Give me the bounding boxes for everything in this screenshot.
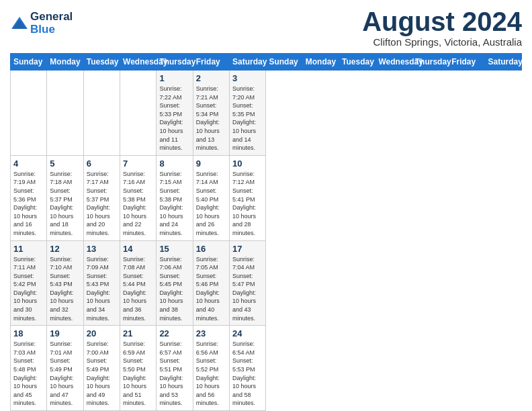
day-number: 2 <box>196 73 226 83</box>
page-header: General Blue August 2024 Clifton Springs… <box>10 7 522 48</box>
calendar-cell: 9Sunrise: 7:14 AM Sunset: 5:40 PM Daylig… <box>193 155 229 240</box>
weekday-header-saturday: Saturday <box>230 54 266 71</box>
day-info: Sunrise: 7:08 AM Sunset: 5:44 PM Dayligh… <box>123 255 153 323</box>
calendar-cell: 21Sunrise: 6:59 AM Sunset: 5:50 PM Dayli… <box>120 326 157 411</box>
day-info: Sunrise: 6:56 AM Sunset: 5:52 PM Dayligh… <box>196 340 226 408</box>
calendar-cell <box>11 71 47 156</box>
day-info: Sunrise: 7:21 AM Sunset: 5:34 PM Dayligh… <box>196 85 226 152</box>
day-info: Sunrise: 7:19 AM Sunset: 5:36 PM Dayligh… <box>13 170 44 238</box>
day-number: 1 <box>159 73 189 83</box>
day-number: 17 <box>232 244 263 254</box>
calendar-cell: 4Sunrise: 7:19 AM Sunset: 5:36 PM Daylig… <box>11 155 47 240</box>
title-block: August 2024 Clifton Springs, Victoria, A… <box>362 7 522 48</box>
calendar-cell: 22Sunrise: 6:57 AM Sunset: 5:51 PM Dayli… <box>157 326 193 411</box>
calendar-cell: 5Sunrise: 7:18 AM Sunset: 5:37 PM Daylig… <box>47 155 83 240</box>
calendar-week-row: 11Sunrise: 7:11 AM Sunset: 5:42 PM Dayli… <box>11 240 522 326</box>
month-title: August 2024 <box>362 7 522 36</box>
day-info: Sunrise: 7:20 AM Sunset: 5:35 PM Dayligh… <box>232 85 263 152</box>
calendar-cell: 17Sunrise: 7:04 AM Sunset: 5:47 PM Dayli… <box>230 240 266 326</box>
day-number: 24 <box>232 328 263 338</box>
weekday-header-tuesday: Tuesday <box>339 54 375 71</box>
day-number: 13 <box>87 244 117 254</box>
location-text: Clifton Springs, Victoria, Australia <box>362 36 522 48</box>
day-info: Sunrise: 7:17 AM Sunset: 5:37 PM Dayligh… <box>87 170 117 238</box>
calendar-cell: 19Sunrise: 7:01 AM Sunset: 5:49 PM Dayli… <box>47 326 83 411</box>
day-number: 18 <box>13 328 44 338</box>
day-number: 4 <box>13 158 44 169</box>
day-info: Sunrise: 6:54 AM Sunset: 5:53 PM Dayligh… <box>232 340 263 408</box>
calendar-cell: 14Sunrise: 7:08 AM Sunset: 5:44 PM Dayli… <box>120 240 157 326</box>
logo: General Blue <box>10 11 73 36</box>
calendar-cell: 18Sunrise: 7:03 AM Sunset: 5:48 PM Dayli… <box>11 326 47 411</box>
day-number: 11 <box>13 244 44 254</box>
calendar-cell: 2Sunrise: 7:21 AM Sunset: 5:34 PM Daylig… <box>193 71 229 156</box>
day-number: 15 <box>159 244 189 254</box>
weekday-header-sunday: Sunday <box>266 54 302 71</box>
weekday-header-wednesday: Wednesday <box>375 54 412 71</box>
calendar-cell <box>47 71 83 156</box>
weekday-header-sunday: Sunday <box>11 54 47 71</box>
day-number: 10 <box>232 158 263 169</box>
calendar-cell: 23Sunrise: 6:56 AM Sunset: 5:52 PM Dayli… <box>193 326 229 411</box>
calendar-cell <box>83 71 120 156</box>
weekday-header-tuesday: Tuesday <box>83 54 120 71</box>
calendar-week-row: 18Sunrise: 7:03 AM Sunset: 5:48 PM Dayli… <box>11 326 522 411</box>
calendar-cell: 15Sunrise: 7:06 AM Sunset: 5:45 PM Dayli… <box>157 240 193 326</box>
day-info: Sunrise: 7:12 AM Sunset: 5:41 PM Dayligh… <box>232 170 263 238</box>
weekday-header-friday: Friday <box>449 54 485 71</box>
day-info: Sunrise: 7:22 AM Sunset: 5:33 PM Dayligh… <box>159 85 189 152</box>
day-number: 8 <box>159 158 189 169</box>
calendar-cell: 3Sunrise: 7:20 AM Sunset: 5:35 PM Daylig… <box>230 71 266 156</box>
calendar-cell: 13Sunrise: 7:09 AM Sunset: 5:43 PM Dayli… <box>83 240 120 326</box>
calendar-week-row: 1Sunrise: 7:22 AM Sunset: 5:33 PM Daylig… <box>11 71 522 156</box>
calendar-cell: 1Sunrise: 7:22 AM Sunset: 5:33 PM Daylig… <box>157 71 193 156</box>
day-info: Sunrise: 6:59 AM Sunset: 5:50 PM Dayligh… <box>123 340 153 408</box>
calendar-cell: 11Sunrise: 7:11 AM Sunset: 5:42 PM Dayli… <box>11 240 47 326</box>
weekday-header-thursday: Thursday <box>412 54 448 71</box>
calendar-cell: 12Sunrise: 7:10 AM Sunset: 5:43 PM Dayli… <box>47 240 83 326</box>
day-info: Sunrise: 7:05 AM Sunset: 5:46 PM Dayligh… <box>196 255 226 323</box>
day-number: 3 <box>232 73 263 83</box>
calendar-cell: 10Sunrise: 7:12 AM Sunset: 5:41 PM Dayli… <box>230 155 266 240</box>
day-info: Sunrise: 7:18 AM Sunset: 5:37 PM Dayligh… <box>50 170 80 238</box>
day-info: Sunrise: 7:11 AM Sunset: 5:42 PM Dayligh… <box>13 255 44 323</box>
day-info: Sunrise: 7:16 AM Sunset: 5:38 PM Dayligh… <box>123 170 153 238</box>
day-number: 20 <box>87 328 117 338</box>
day-number: 7 <box>123 158 153 169</box>
day-info: Sunrise: 7:03 AM Sunset: 5:48 PM Dayligh… <box>13 340 44 408</box>
calendar-cell: 7Sunrise: 7:16 AM Sunset: 5:38 PM Daylig… <box>120 155 157 240</box>
weekday-header-friday: Friday <box>193 54 229 71</box>
day-number: 6 <box>87 158 117 169</box>
weekday-header-monday: Monday <box>47 54 83 71</box>
day-info: Sunrise: 7:00 AM Sunset: 5:49 PM Dayligh… <box>87 340 117 408</box>
day-info: Sunrise: 7:15 AM Sunset: 5:38 PM Dayligh… <box>159 170 189 238</box>
day-info: Sunrise: 7:04 AM Sunset: 5:47 PM Dayligh… <box>232 255 263 323</box>
day-info: Sunrise: 6:57 AM Sunset: 5:51 PM Dayligh… <box>159 340 189 408</box>
logo-icon <box>10 14 29 33</box>
day-info: Sunrise: 7:06 AM Sunset: 5:45 PM Dayligh… <box>159 255 189 323</box>
logo-text: General Blue <box>30 11 73 36</box>
weekday-header-saturday: Saturday <box>485 54 522 71</box>
day-number: 12 <box>50 244 80 254</box>
day-info: Sunrise: 7:09 AM Sunset: 5:43 PM Dayligh… <box>87 255 117 323</box>
calendar-cell: 16Sunrise: 7:05 AM Sunset: 5:46 PM Dayli… <box>193 240 229 326</box>
calendar-table: SundayMondayTuesdayWednesdayThursdayFrid… <box>10 53 522 411</box>
calendar-cell: 24Sunrise: 6:54 AM Sunset: 5:53 PM Dayli… <box>230 326 266 411</box>
weekday-header-wednesday: Wednesday <box>120 54 157 71</box>
day-info: Sunrise: 7:14 AM Sunset: 5:40 PM Dayligh… <box>196 170 226 238</box>
calendar-cell: 6Sunrise: 7:17 AM Sunset: 5:37 PM Daylig… <box>83 155 120 240</box>
day-number: 14 <box>123 244 153 254</box>
day-number: 23 <box>196 328 226 338</box>
day-info: Sunrise: 7:01 AM Sunset: 5:49 PM Dayligh… <box>50 340 80 408</box>
day-number: 16 <box>196 244 226 254</box>
day-number: 9 <box>196 158 226 169</box>
calendar-week-row: 4Sunrise: 7:19 AM Sunset: 5:36 PM Daylig… <box>11 155 522 240</box>
day-number: 19 <box>50 328 80 338</box>
day-info: Sunrise: 7:10 AM Sunset: 5:43 PM Dayligh… <box>50 255 80 323</box>
day-number: 21 <box>123 328 153 338</box>
calendar-header-row: SundayMondayTuesdayWednesdayThursdayFrid… <box>11 54 522 71</box>
calendar-cell: 20Sunrise: 7:00 AM Sunset: 5:49 PM Dayli… <box>83 326 120 411</box>
calendar-cell <box>120 71 157 156</box>
calendar-cell: 8Sunrise: 7:15 AM Sunset: 5:38 PM Daylig… <box>157 155 193 240</box>
day-number: 22 <box>159 328 189 338</box>
